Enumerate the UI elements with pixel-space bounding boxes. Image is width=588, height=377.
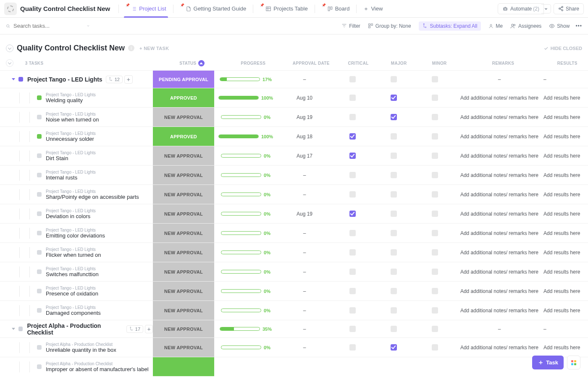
group-row[interactable]: Project Alpha - Production Checklist 17 … <box>0 320 588 337</box>
status-square[interactable] <box>37 153 42 158</box>
task-name[interactable]: Sharp/Pointy edge on accessible parts <box>46 194 139 200</box>
status-cell[interactable]: NEW APPROVAL <box>153 338 214 357</box>
results-header[interactable]: RESULTS <box>546 61 588 66</box>
chevron-down-icon[interactable] <box>87 24 90 28</box>
checkbox[interactable] <box>432 191 438 198</box>
task-row[interactable]: Project Tango - LED Lights Deviation in … <box>0 204 588 223</box>
group-by-button[interactable]: Group by: None <box>368 23 411 29</box>
search-box[interactable] <box>6 23 90 29</box>
checkbox[interactable] <box>432 326 438 332</box>
checkbox[interactable] <box>432 114 438 120</box>
date-cell[interactable]: – <box>277 76 332 82</box>
view-tab-project-list[interactable]: 📌Project List <box>121 0 170 18</box>
task-name[interactable]: Unreliable quantity in the box <box>46 347 116 353</box>
workspace-logo[interactable] <box>4 3 17 15</box>
checkbox[interactable] <box>432 344 438 351</box>
task-name[interactable]: Deviation in colors <box>46 213 96 219</box>
remarks-cell[interactable]: Add additional notes/ remarks here <box>455 269 543 275</box>
checkbox[interactable] <box>432 249 438 256</box>
status-square[interactable] <box>37 134 42 139</box>
date-cell[interactable]: – <box>277 269 332 275</box>
add-view-button[interactable]: ＋ View <box>359 0 387 18</box>
caret-down-icon[interactable] <box>12 328 15 330</box>
checkbox[interactable] <box>432 133 438 140</box>
progress-cell[interactable]: 0% <box>214 308 277 313</box>
automate-button[interactable]: Automate (2) <box>498 3 544 14</box>
filter-button[interactable]: Filter <box>341 23 360 29</box>
checkbox[interactable] <box>391 344 397 351</box>
assignees-button[interactable]: Assignees <box>510 23 541 29</box>
remarks-cell[interactable]: Add additional notes/ remarks here <box>455 153 543 159</box>
checkbox[interactable] <box>349 307 356 314</box>
checkbox[interactable] <box>349 191 356 198</box>
task-row[interactable]: Project Alpha - Production Checklist Imp… <box>0 357 588 376</box>
more-button[interactable]: ••• <box>575 23 582 29</box>
status-square[interactable] <box>37 231 42 235</box>
results-cell[interactable]: – <box>543 76 585 82</box>
checkbox[interactable] <box>349 76 356 82</box>
checkbox[interactable] <box>432 153 438 159</box>
progress-header[interactable]: PROGRESS <box>222 61 284 66</box>
checkbox[interactable] <box>349 326 356 332</box>
date-cell[interactable]: Aug 18 <box>277 134 332 140</box>
task-name[interactable]: Dirt Stain <box>46 155 96 161</box>
status-square[interactable] <box>37 192 42 197</box>
task-name[interactable]: Flicker when turned on <box>46 252 101 258</box>
status-cell[interactable] <box>153 357 214 376</box>
remarks-cell[interactable]: Add additional notes/ remarks here <box>455 230 543 236</box>
progress-cell[interactable]: 17% <box>214 77 277 82</box>
status-square[interactable] <box>37 364 42 369</box>
progress-cell[interactable]: 0% <box>214 173 277 178</box>
add-subtask-button[interactable]: + <box>124 75 133 84</box>
status-cell[interactable]: NEW APPROVAL <box>153 166 214 185</box>
status-cell[interactable]: APPROVED <box>153 88 214 107</box>
task-row[interactable]: Project Tango - LED Lights Switches malf… <box>0 262 588 281</box>
date-cell[interactable]: – <box>277 250 332 256</box>
task-name[interactable]: Unnecessary solder <box>46 136 96 142</box>
task-row[interactable]: Project Tango - LED Lights Sharp/Pointy … <box>0 185 588 204</box>
checkbox[interactable] <box>349 114 356 120</box>
date-cell[interactable]: – <box>277 192 332 198</box>
checkbox[interactable] <box>349 95 356 101</box>
show-button[interactable]: Show <box>549 23 570 29</box>
progress-cell[interactable]: 0% <box>214 115 277 120</box>
checkbox[interactable] <box>349 269 356 275</box>
remarks-cell[interactable]: Add additional notes/ remarks here <box>455 134 543 140</box>
collapse-all-toggle[interactable] <box>6 59 13 67</box>
status-cell[interactable]: NEW APPROVAL <box>153 320 214 337</box>
checkbox[interactable] <box>391 211 397 217</box>
share-button[interactable]: Share <box>554 3 584 14</box>
task-name[interactable]: Switches malfuncttion <box>46 271 99 277</box>
status-square[interactable] <box>37 345 42 350</box>
results-cell[interactable]: Add results here <box>543 153 585 159</box>
progress-cell[interactable]: 0% <box>214 153 277 158</box>
date-cell[interactable]: – <box>277 172 332 178</box>
status-cell[interactable]: NEW APPROVAL <box>153 243 214 262</box>
task-name[interactable]: Improper or absent of manufacturer's lab… <box>46 366 149 372</box>
critical-header[interactable]: CRITICAL <box>338 61 379 66</box>
status-square[interactable] <box>37 95 42 100</box>
date-cell[interactable]: Aug 19 <box>277 114 332 120</box>
status-cell[interactable]: APPROVED <box>153 127 214 146</box>
task-row[interactable]: Project Tango - LED Lights Dirt Stain NE… <box>0 146 588 165</box>
date-cell[interactable]: – <box>277 308 332 314</box>
checkbox[interactable] <box>349 249 356 256</box>
remarks-cell[interactable]: Add additional notes/ remarks here <box>455 114 543 120</box>
checkbox[interactable] <box>391 326 397 332</box>
checkbox[interactable] <box>391 114 397 120</box>
progress-cell[interactable]: 0% <box>214 269 277 274</box>
progress-cell[interactable]: 0% <box>214 250 277 255</box>
checkbox[interactable] <box>391 307 397 314</box>
task-row[interactable]: Project Alpha - Production Checklist Unr… <box>0 337 588 357</box>
view-tab-getting-started-guide[interactable]: 📌Getting Started Guide <box>176 0 251 18</box>
remarks-cell[interactable]: Add additional notes/ remarks here <box>455 250 543 256</box>
hide-closed-button[interactable]: HIDE CLOSED <box>543 46 582 51</box>
date-cell[interactable]: Aug 19 <box>277 211 332 217</box>
task-row[interactable]: Project Tango - LED Lights Flicker when … <box>0 243 588 262</box>
checkbox[interactable] <box>432 230 438 236</box>
results-cell[interactable]: Add results here <box>543 269 585 275</box>
subtask-count-badge[interactable]: 17 <box>126 325 143 333</box>
status-cell[interactable]: NEW APPROVAL <box>153 224 214 243</box>
checkbox[interactable] <box>432 95 438 101</box>
status-square[interactable] <box>37 173 42 177</box>
